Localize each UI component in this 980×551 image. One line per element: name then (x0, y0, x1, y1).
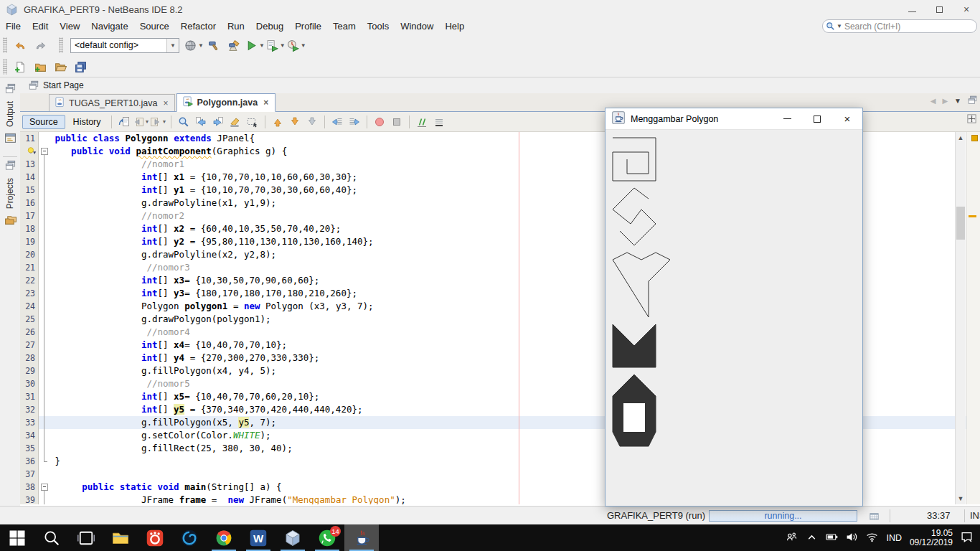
back-button[interactable]: ▼ (133, 113, 150, 131)
warning-line-marker[interactable] (969, 215, 976, 217)
new-project-button[interactable] (31, 57, 50, 76)
next-suggestion-button[interactable] (303, 113, 321, 131)
shift-left-button[interactable] (329, 113, 346, 131)
rect-selection-button[interactable] (244, 113, 261, 131)
line-number[interactable]: 24 (20, 300, 39, 313)
app-window-title-bar[interactable]: Menggambar Polygon × (606, 108, 862, 130)
line-number[interactable]: 27 (20, 339, 39, 352)
fold-marker[interactable] (39, 481, 50, 494)
comment-button[interactable] (413, 113, 430, 131)
minimize-button[interactable] (898, 0, 925, 19)
restore-button[interactable] (925, 0, 953, 19)
forward-dropdown-icon[interactable]: ▼ (162, 119, 167, 124)
undo-button[interactable] (11, 36, 29, 55)
record-macro-button[interactable] (371, 113, 388, 131)
start-page-tab[interactable]: Start Page (43, 80, 84, 90)
line-number[interactable]: 26 (20, 326, 39, 339)
scrollbar-thumb[interactable] (956, 207, 965, 240)
line-number[interactable]: 11 (20, 132, 39, 145)
line-number[interactable]: 22 (20, 274, 39, 287)
tab-tugas-pert10[interactable]: TUGAS_PERT10.java × (49, 94, 175, 111)
taskbar-gom-player[interactable] (138, 524, 172, 551)
language-indicator[interactable]: IND (886, 533, 902, 543)
splitter-icon[interactable] (966, 113, 977, 126)
tab-polygonn[interactable]: Polygonn.java × (176, 93, 275, 112)
debug-button[interactable]: ▼ (266, 36, 286, 55)
menu-help[interactable]: Help (439, 19, 470, 33)
line-number[interactable]: 23 (20, 287, 39, 300)
line-number[interactable]: 33 (20, 416, 39, 429)
chevron-up-icon[interactable] (806, 531, 818, 545)
menu-window[interactable]: Window (395, 19, 439, 33)
scroll-up-icon[interactable]: ▲ (956, 132, 966, 143)
scroll-tabs-right-icon[interactable]: ▶ (942, 97, 948, 105)
deploy-dropdown-icon[interactable]: ▼ (198, 42, 204, 49)
line-number[interactable]: 16 (20, 197, 39, 209)
app-minimize-button[interactable] (772, 108, 802, 130)
tab-close-icon[interactable]: × (262, 98, 270, 108)
menu-debug[interactable]: Debug (250, 19, 289, 33)
taskbar-java-app[interactable] (344, 524, 379, 551)
search-dropdown-icon[interactable]: ▼ (837, 23, 842, 29)
taskbar-search[interactable] (34, 524, 69, 551)
stop-macro-button[interactable] (388, 113, 405, 131)
line-number[interactable]: 31 (20, 390, 39, 403)
toggle-highlight-button[interactable] (227, 113, 244, 131)
line-number[interactable]: 13 (20, 158, 39, 171)
menu-file[interactable]: File (0, 19, 27, 33)
line-number[interactable]: 32 (20, 403, 39, 416)
build-button[interactable] (205, 36, 224, 55)
config-select[interactable]: <default config>▼ (70, 38, 179, 53)
line-number[interactable]: 25 (20, 313, 39, 326)
profile-button[interactable]: ▼ (287, 36, 306, 55)
next-bookmark-button[interactable] (286, 113, 303, 131)
taskbar-explorer[interactable] (103, 524, 138, 551)
app-close-button[interactable]: × (832, 108, 862, 130)
line-number[interactable]: 21 (20, 261, 39, 274)
sidebar-output-label[interactable]: Output (5, 101, 15, 127)
save-all-button[interactable] (71, 57, 90, 76)
taskbar-task-view[interactable] (69, 524, 103, 551)
line-number[interactable]: 14 (20, 171, 39, 184)
scroll-tabs-left-icon[interactable]: ◀ (930, 97, 936, 105)
taskbar-chrome[interactable] (207, 524, 241, 551)
taskbar-swirl-app[interactable] (172, 524, 207, 551)
warning-summary-marker[interactable] (971, 135, 978, 141)
menu-profile[interactable]: Profile (289, 19, 327, 33)
app-maximize-button[interactable] (802, 108, 832, 130)
taskbar-whatsapp[interactable]: 14 (310, 524, 344, 551)
progress-bar[interactable]: running... (709, 510, 857, 522)
menu-tools[interactable]: Tools (362, 19, 395, 33)
line-number[interactable]: 15 (20, 184, 39, 197)
line-number[interactable]: 37 (20, 468, 39, 481)
back-dropdown-icon[interactable]: ▼ (145, 119, 150, 124)
menu-source[interactable]: Source (134, 19, 175, 33)
maximize-editor-icon[interactable] (968, 95, 977, 106)
line-number[interactable]: 34 (20, 429, 39, 442)
quick-search[interactable]: ▼ (822, 19, 977, 33)
history-view-button[interactable]: History (67, 116, 108, 128)
next-occurrence-button[interactable] (209, 113, 227, 131)
line-number[interactable]: 19 (20, 235, 39, 248)
sidebar-group-projects[interactable]: Projects (4, 160, 17, 228)
clean-build-button[interactable] (225, 36, 244, 55)
editor-scrollbar[interactable]: ▲ ▼ (955, 132, 966, 504)
volume-icon[interactable] (846, 531, 858, 545)
redo-button[interactable] (31, 36, 50, 55)
line-number[interactable]: 28 (20, 352, 39, 364)
menu-navigate[interactable]: Navigate (85, 19, 133, 33)
menu-run[interactable]: Run (222, 19, 250, 33)
deploy-button[interactable]: ▼ (184, 36, 204, 55)
source-view-button[interactable]: Source (22, 115, 65, 129)
taskbar-word[interactable]: W (241, 524, 275, 551)
run-dropdown-icon[interactable]: ▼ (259, 42, 265, 49)
run-button[interactable]: ▼ (245, 36, 265, 55)
line-number[interactable]: 30 (20, 377, 39, 390)
tab-list-dropdown-icon[interactable]: ▼ (954, 97, 961, 105)
line-number[interactable]: 35 (20, 442, 39, 455)
profile-dropdown-icon[interactable]: ▼ (301, 42, 306, 49)
error-stripe[interactable] (966, 132, 980, 504)
shift-right-button[interactable] (346, 113, 363, 131)
warning-hint-gutter[interactable] (20, 145, 39, 158)
scroll-down-icon[interactable]: ▼ (956, 493, 966, 504)
